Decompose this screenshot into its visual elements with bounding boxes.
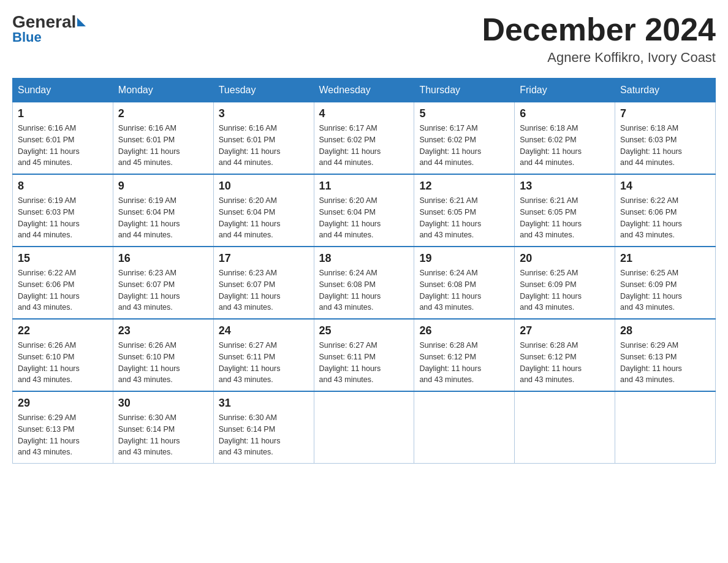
day-number: 1: [18, 107, 108, 120]
day-info: Sunrise: 6:23 AMSunset: 6:07 PMDaylight:…: [118, 267, 208, 313]
day-info: Sunrise: 6:29 AMSunset: 6:13 PMDaylight:…: [18, 412, 108, 458]
day-number: 16: [118, 252, 208, 265]
calendar-week-row: 8Sunrise: 6:19 AMSunset: 6:03 PMDaylight…: [13, 174, 716, 247]
day-info: Sunrise: 6:26 AMSunset: 6:10 PMDaylight:…: [118, 340, 208, 386]
weekday-header-friday: Friday: [515, 79, 615, 102]
day-info: Sunrise: 6:27 AMSunset: 6:11 PMDaylight:…: [219, 340, 309, 386]
calendar-cell: 3Sunrise: 6:16 AMSunset: 6:01 PMDaylight…: [213, 102, 314, 175]
day-number: 23: [118, 324, 208, 337]
weekday-header-tuesday: Tuesday: [213, 79, 314, 102]
calendar-cell: 6Sunrise: 6:18 AMSunset: 6:02 PMDaylight…: [515, 102, 615, 175]
calendar-week-row: 29Sunrise: 6:29 AMSunset: 6:13 PMDayligh…: [13, 391, 716, 464]
weekday-header-thursday: Thursday: [414, 79, 515, 102]
calendar-cell: 26Sunrise: 6:28 AMSunset: 6:12 PMDayligh…: [414, 319, 515, 391]
calendar-cell: 11Sunrise: 6:20 AMSunset: 6:04 PMDayligh…: [314, 174, 414, 247]
calendar-cell: 8Sunrise: 6:19 AMSunset: 6:03 PMDaylight…: [13, 174, 113, 247]
day-number: 9: [118, 180, 208, 193]
day-number: 26: [419, 324, 509, 337]
day-info: Sunrise: 6:25 AMSunset: 6:09 PMDaylight:…: [520, 267, 610, 313]
calendar-cell: 13Sunrise: 6:21 AMSunset: 6:05 PMDayligh…: [515, 174, 615, 247]
weekday-header-row: SundayMondayTuesdayWednesdayThursdayFrid…: [13, 79, 716, 102]
day-number: 24: [219, 324, 309, 337]
day-number: 8: [18, 180, 108, 193]
calendar-cell: 30Sunrise: 6:30 AMSunset: 6:14 PMDayligh…: [113, 391, 213, 464]
calendar-week-row: 22Sunrise: 6:26 AMSunset: 6:10 PMDayligh…: [13, 319, 716, 391]
calendar-cell: 5Sunrise: 6:17 AMSunset: 6:02 PMDaylight…: [414, 102, 515, 175]
day-number: 12: [419, 180, 509, 193]
day-info: Sunrise: 6:30 AMSunset: 6:14 PMDaylight:…: [118, 412, 208, 458]
day-number: 5: [419, 107, 509, 120]
calendar-cell: 18Sunrise: 6:24 AMSunset: 6:08 PMDayligh…: [314, 247, 414, 319]
logo-arrow-icon: [77, 18, 86, 26]
day-info: Sunrise: 6:24 AMSunset: 6:08 PMDaylight:…: [419, 267, 509, 313]
calendar-week-row: 1Sunrise: 6:16 AMSunset: 6:01 PMDaylight…: [13, 102, 716, 175]
calendar-cell: 23Sunrise: 6:26 AMSunset: 6:10 PMDayligh…: [113, 319, 213, 391]
day-info: Sunrise: 6:16 AMSunset: 6:01 PMDaylight:…: [118, 123, 208, 169]
calendar-cell: 31Sunrise: 6:30 AMSunset: 6:14 PMDayligh…: [213, 391, 314, 464]
day-number: 4: [319, 107, 409, 120]
day-number: 17: [219, 252, 309, 265]
calendar-cell: 4Sunrise: 6:17 AMSunset: 6:02 PMDaylight…: [314, 102, 414, 175]
calendar-cell: [615, 391, 716, 464]
day-number: 20: [520, 252, 610, 265]
day-info: Sunrise: 6:21 AMSunset: 6:05 PMDaylight:…: [520, 195, 610, 241]
title-area: December 2024 Agnere Koffikro, Ivory Coa…: [482, 12, 716, 66]
day-info: Sunrise: 6:16 AMSunset: 6:01 PMDaylight:…: [18, 123, 108, 169]
calendar-location: Agnere Koffikro, Ivory Coast: [482, 50, 716, 66]
day-info: Sunrise: 6:24 AMSunset: 6:08 PMDaylight:…: [319, 267, 409, 313]
day-info: Sunrise: 6:29 AMSunset: 6:13 PMDaylight:…: [620, 340, 710, 386]
calendar-cell: 2Sunrise: 6:16 AMSunset: 6:01 PMDaylight…: [113, 102, 213, 175]
day-info: Sunrise: 6:28 AMSunset: 6:12 PMDaylight:…: [419, 340, 509, 386]
day-info: Sunrise: 6:20 AMSunset: 6:04 PMDaylight:…: [319, 195, 409, 241]
day-number: 19: [419, 252, 509, 265]
day-info: Sunrise: 6:19 AMSunset: 6:04 PMDaylight:…: [118, 195, 208, 241]
weekday-header-sunday: Sunday: [13, 79, 113, 102]
day-number: 28: [620, 324, 710, 337]
calendar-cell: 12Sunrise: 6:21 AMSunset: 6:05 PMDayligh…: [414, 174, 515, 247]
calendar-cell: 19Sunrise: 6:24 AMSunset: 6:08 PMDayligh…: [414, 247, 515, 319]
calendar-cell: 10Sunrise: 6:20 AMSunset: 6:04 PMDayligh…: [213, 174, 314, 247]
day-info: Sunrise: 6:26 AMSunset: 6:10 PMDaylight:…: [18, 340, 108, 386]
day-info: Sunrise: 6:21 AMSunset: 6:05 PMDaylight:…: [419, 195, 509, 241]
calendar-cell: 24Sunrise: 6:27 AMSunset: 6:11 PMDayligh…: [213, 319, 314, 391]
day-number: 22: [18, 324, 108, 337]
calendar-cell: 21Sunrise: 6:25 AMSunset: 6:09 PMDayligh…: [615, 247, 716, 319]
calendar-cell: 17Sunrise: 6:23 AMSunset: 6:07 PMDayligh…: [213, 247, 314, 319]
day-number: 10: [219, 180, 309, 193]
calendar-cell: 16Sunrise: 6:23 AMSunset: 6:07 PMDayligh…: [113, 247, 213, 319]
day-number: 15: [18, 252, 108, 265]
calendar-table: SundayMondayTuesdayWednesdayThursdayFrid…: [12, 78, 716, 464]
day-number: 14: [620, 180, 710, 193]
day-info: Sunrise: 6:22 AMSunset: 6:06 PMDaylight:…: [620, 195, 710, 241]
day-info: Sunrise: 6:20 AMSunset: 6:04 PMDaylight:…: [219, 195, 309, 241]
day-info: Sunrise: 6:16 AMSunset: 6:01 PMDaylight:…: [219, 123, 309, 169]
calendar-week-row: 15Sunrise: 6:22 AMSunset: 6:06 PMDayligh…: [13, 247, 716, 319]
day-number: 13: [520, 180, 610, 193]
calendar-cell: [414, 391, 515, 464]
calendar-cell: 20Sunrise: 6:25 AMSunset: 6:09 PMDayligh…: [515, 247, 615, 319]
day-number: 27: [520, 324, 610, 337]
calendar-cell: 25Sunrise: 6:27 AMSunset: 6:11 PMDayligh…: [314, 319, 414, 391]
calendar-cell: 14Sunrise: 6:22 AMSunset: 6:06 PMDayligh…: [615, 174, 716, 247]
logo-blue-text: Blue: [12, 29, 42, 45]
day-number: 30: [118, 397, 208, 410]
day-info: Sunrise: 6:19 AMSunset: 6:03 PMDaylight:…: [18, 195, 108, 241]
day-info: Sunrise: 6:18 AMSunset: 6:03 PMDaylight:…: [620, 123, 710, 169]
day-info: Sunrise: 6:27 AMSunset: 6:11 PMDaylight:…: [319, 340, 409, 386]
day-number: 2: [118, 107, 208, 120]
weekday-header-monday: Monday: [113, 79, 213, 102]
day-info: Sunrise: 6:23 AMSunset: 6:07 PMDaylight:…: [219, 267, 309, 313]
day-number: 31: [219, 397, 309, 410]
day-number: 11: [319, 180, 409, 193]
day-info: Sunrise: 6:30 AMSunset: 6:14 PMDaylight:…: [219, 412, 309, 458]
calendar-cell: [515, 391, 615, 464]
calendar-cell: 22Sunrise: 6:26 AMSunset: 6:10 PMDayligh…: [13, 319, 113, 391]
day-number: 25: [319, 324, 409, 337]
day-number: 29: [18, 397, 108, 410]
logo: General Blue: [12, 12, 87, 45]
calendar-cell: 28Sunrise: 6:29 AMSunset: 6:13 PMDayligh…: [615, 319, 716, 391]
calendar-cell: 29Sunrise: 6:29 AMSunset: 6:13 PMDayligh…: [13, 391, 113, 464]
day-number: 18: [319, 252, 409, 265]
day-number: 7: [620, 107, 710, 120]
weekday-header-wednesday: Wednesday: [314, 79, 414, 102]
